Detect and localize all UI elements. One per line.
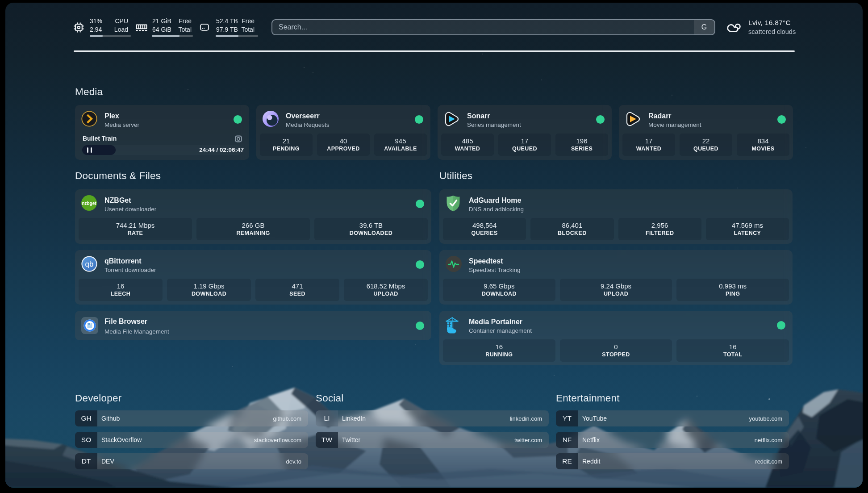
svg-text:nzbget: nzbget [82, 201, 96, 206]
svg-text:qb: qb [85, 260, 94, 268]
